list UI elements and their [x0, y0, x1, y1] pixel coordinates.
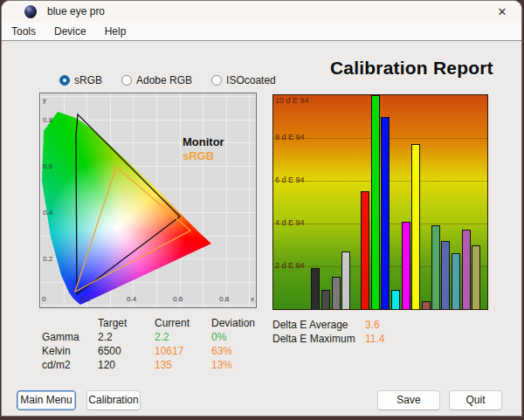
legend-monitor: Monitor: [183, 135, 224, 148]
radio-label: ISOcoated: [226, 74, 276, 86]
table-header-cell: Deviation: [211, 317, 274, 331]
delta-e-bar-green: [371, 95, 380, 309]
table-row-label: cd/m2: [42, 359, 98, 373]
radio-label: Adobe RGB: [136, 74, 192, 86]
delta-e-bar-gray-2: [321, 290, 330, 309]
table-deviation-value: 13%: [211, 359, 274, 373]
delta-e-bar-dark-red: [422, 301, 431, 309]
cie-y-tick: 0.4: [43, 209, 52, 217]
calibration-button[interactable]: Calibration: [86, 390, 141, 410]
radio-option-srgb[interactable]: sRGB: [59, 74, 102, 86]
save-button[interactable]: Save: [377, 390, 440, 410]
radio-option-isocoated[interactable]: ISOcoated: [211, 74, 276, 86]
cie-x-tick: 0.2: [80, 295, 90, 303]
cie-y-axis-letter: y: [43, 96, 46, 104]
srgb-gamut-triangle: [75, 167, 190, 292]
cie-x-tick: 0.8: [219, 295, 229, 303]
delta-e-bar-chart: 10 d E 948 d E 946 d E 944 d E 942 d E 9…: [272, 94, 488, 310]
cie-y-tick: 0.6: [43, 162, 52, 170]
delta-e-bar-yellow: [411, 144, 420, 309]
cie-x-tick: 0.4: [127, 295, 136, 303]
radio-circle-icon[interactable]: [59, 75, 70, 86]
cie-x-tick: 0: [42, 295, 45, 303]
delta-e-bar-magenta: [402, 222, 410, 309]
delta-e-bar-blue: [381, 117, 390, 310]
radio-circle-icon[interactable]: [121, 75, 132, 86]
window-title: blue eye pro: [47, 5, 105, 17]
table-deviation-value: 0%: [211, 331, 274, 345]
delta-e-maximum-label: Delta E Maximum: [272, 333, 365, 347]
table-header-cell: [42, 317, 98, 331]
table-target-value: 6500: [98, 345, 155, 359]
menu-bar: ToolsDeviceHelp: [2, 23, 521, 40]
table-row-label: Kelvin: [42, 345, 98, 359]
cie-y-tick: 0.8: [43, 116, 52, 124]
delta-e-bar-red: [361, 191, 369, 309]
cie-x-tick: 0.6: [173, 295, 183, 303]
menu-item-device[interactable]: Device: [52, 24, 89, 38]
profile-radio-group: sRGBAdobe RGBISOcoated: [59, 74, 295, 86]
bar-chart-y-label: 2 d E 94: [275, 261, 305, 270]
app-icon: [24, 5, 37, 18]
table-target-value: 120: [98, 359, 155, 373]
bar-chart-y-label: 8 d E 94: [275, 133, 305, 141]
table-current-value: 2.2: [155, 331, 211, 345]
radio-circle-icon[interactable]: [211, 75, 222, 86]
delta-e-bar-sea-green: [431, 225, 440, 309]
calibration-results-table: TargetCurrentDeviationGamma2.22.20%Kelvi…: [42, 317, 274, 373]
gamut-triangles: [40, 93, 256, 307]
table-header-cell: Current: [155, 317, 211, 331]
delta-e-average-label: Delta E Average: [272, 319, 365, 333]
delta-e-bar-gray-dark: [311, 268, 320, 309]
page-title: Calibration Report: [330, 58, 518, 79]
table-deviation-value: 63%: [211, 345, 274, 359]
delta-e-bar-orchid: [462, 230, 471, 309]
close-icon[interactable]: ✕: [493, 3, 511, 21]
menu-item-help[interactable]: Help: [102, 24, 129, 38]
menu-item-tools[interactable]: Tools: [9, 24, 38, 38]
bar-chart-y-label: 6 d E 94: [275, 176, 305, 184]
delta-e-bar-steel-teal: [452, 253, 460, 309]
cie-y-tick: 0.2: [43, 255, 52, 263]
radio-dot: [63, 79, 66, 82]
delta-e-bar-gray-light: [341, 251, 350, 309]
monitor-gamut-triangle: [76, 114, 180, 294]
bar-chart-y-label: 10 d E 94: [275, 96, 309, 105]
delta-e-maximum-row: Delta E Maximum 11.4: [272, 333, 384, 347]
radio-label: sRGB: [74, 74, 102, 86]
delta-e-bar-cyan: [391, 290, 400, 309]
delta-e-summary: Delta E Average 3.6 Delta E Maximum 11.4: [272, 319, 384, 347]
delta-e-average-row: Delta E Average 3.6: [272, 319, 384, 333]
bar-chart-y-label: 4 d E 94: [275, 218, 305, 227]
screen: blue eye pro ✕ ToolsDeviceHelp Calibrati…: [0, 0, 524, 420]
table-header-cell: Target: [98, 317, 155, 331]
app-window: blue eye pro ✕ ToolsDeviceHelp Calibrati…: [1, 0, 522, 417]
delta-e-bar-gray-3: [332, 277, 341, 309]
main-menu-button[interactable]: Main Menu: [17, 390, 76, 410]
menu-separator: [2, 40, 521, 41]
delta-e-average-value: 3.6: [365, 319, 380, 333]
delta-e-maximum-value: 11.4: [365, 333, 384, 347]
delta-e-bar-khaki: [472, 245, 480, 310]
table-current-value: 10617: [155, 345, 211, 359]
cie-chromaticity-diagram: Monitor sRGB 00.20.40.60.80.20.40.60.8yx: [39, 93, 257, 308]
table-row-label: Gamma: [42, 331, 98, 345]
radio-option-adobe-rgb[interactable]: Adobe RGB: [121, 74, 192, 86]
table-current-value: 135: [155, 359, 211, 373]
legend-srgb: sRGB: [183, 149, 214, 162]
title-bar: blue eye pro ✕: [2, 1, 521, 23]
delta-e-bar-slate-blue: [441, 241, 450, 309]
quit-button[interactable]: Quit: [449, 390, 502, 410]
table-target-value: 2.2: [98, 331, 155, 345]
cie-x-axis-letter: x: [251, 295, 254, 303]
